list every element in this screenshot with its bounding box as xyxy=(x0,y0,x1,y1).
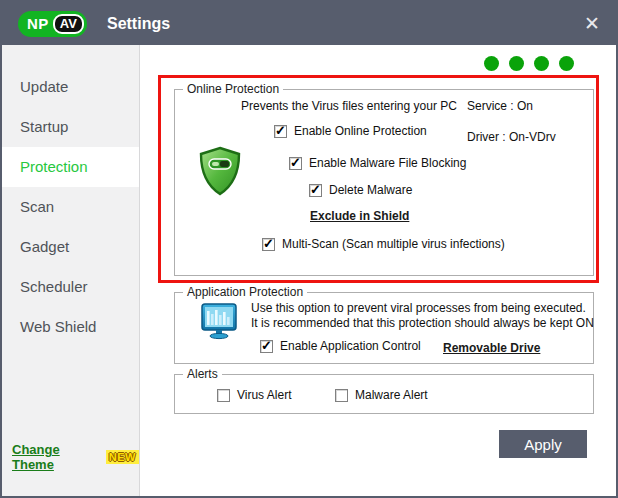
sidebar-nav: UpdateStartupProtectionScanGadgetSchedul… xyxy=(2,67,139,347)
change-theme-row: Change Theme NEW xyxy=(12,442,139,472)
change-theme-link[interactable]: Change Theme xyxy=(12,442,101,472)
driver-status: Driver : On-VDrv xyxy=(467,130,556,144)
new-badge: NEW xyxy=(106,450,139,464)
application-protection-description-line2: It is recommended that this protection s… xyxy=(251,316,594,330)
alerts-group: Alerts Virus Alert Malware Alert xyxy=(174,374,594,414)
titlebar: NP AV Settings ✕ xyxy=(2,2,616,45)
close-icon[interactable]: ✕ xyxy=(584,14,600,33)
status-dot xyxy=(559,56,574,71)
checkbox-label: Enable Malware File Blocking xyxy=(309,156,466,170)
exclude-in-shield-link[interactable]: Exclude in Shield xyxy=(310,209,409,223)
shield-icon xyxy=(197,146,243,200)
online-protection-legend: Online Protection xyxy=(183,82,283,96)
checkbox-box[interactable] xyxy=(217,389,230,402)
checkbox-label: Virus Alert xyxy=(237,388,291,402)
enable-application-control-checkbox[interactable]: Enable Application Control xyxy=(260,339,421,353)
application-protection-legend: Application Protection xyxy=(183,285,307,299)
malware-alert-checkbox[interactable]: Malware Alert xyxy=(335,388,428,402)
checkbox-box[interactable] xyxy=(260,340,273,353)
logo-av-text: AV xyxy=(53,14,84,34)
logo-np-text: NP xyxy=(27,15,49,32)
application-protection-group: Application Protection xyxy=(174,292,594,364)
online-protection-description: Prevents the Virus files entering your P… xyxy=(241,99,457,113)
checkbox-box[interactable] xyxy=(309,184,322,197)
checkbox-label: Multi-Scan (Scan multiple virus infectio… xyxy=(282,237,505,251)
checkbox-label: Enable Application Control xyxy=(280,339,421,353)
npav-logo: NP AV xyxy=(18,11,87,37)
enable-malware-file-blocking-checkbox[interactable]: Enable Malware File Blocking xyxy=(289,156,466,170)
application-protection-description-line1: Use this option to prevent viral process… xyxy=(251,301,586,315)
window-title: Settings xyxy=(107,15,170,33)
online-protection-group: Online Protection Prevents the Virus fil… xyxy=(174,89,594,276)
sidebar-item-gadget[interactable]: Gadget xyxy=(2,227,139,267)
monitor-icon xyxy=(199,302,239,344)
alerts-legend: Alerts xyxy=(183,367,222,381)
main-content: Online Protection Prevents the Virus fil… xyxy=(140,45,616,496)
apply-button[interactable]: Apply xyxy=(499,430,587,458)
virus-alert-checkbox[interactable]: Virus Alert xyxy=(217,388,291,402)
status-dot xyxy=(484,56,499,71)
checkbox-label: Malware Alert xyxy=(355,388,428,402)
status-dot xyxy=(534,56,549,71)
enable-online-protection-checkbox[interactable]: Enable Online Protection xyxy=(274,124,427,138)
status-dots xyxy=(484,56,574,71)
checkbox-label: Delete Malware xyxy=(329,183,412,197)
checkbox-box[interactable] xyxy=(262,238,275,251)
checkbox-box[interactable] xyxy=(289,157,302,170)
settings-window: NP AV Settings ✕ UpdateStartupProtection… xyxy=(0,0,618,498)
service-status: Service : On xyxy=(467,99,533,113)
checkbox-box[interactable] xyxy=(335,389,348,402)
sidebar-item-protection[interactable]: Protection xyxy=(2,147,139,187)
status-dot xyxy=(509,56,524,71)
removable-drive-link[interactable]: Removable Drive xyxy=(443,341,540,355)
sidebar-item-startup[interactable]: Startup xyxy=(2,107,139,147)
checkbox-label: Enable Online Protection xyxy=(294,124,427,138)
sidebar-item-web-shield[interactable]: Web Shield xyxy=(2,307,139,347)
sidebar-item-update[interactable]: Update xyxy=(2,67,139,107)
sidebar-item-scan[interactable]: Scan xyxy=(2,187,139,227)
sidebar-item-scheduler[interactable]: Scheduler xyxy=(2,267,139,307)
sidebar: UpdateStartupProtectionScanGadgetSchedul… xyxy=(2,45,140,496)
multi-scan-checkbox[interactable]: Multi-Scan (Scan multiple virus infectio… xyxy=(262,237,505,251)
checkbox-box[interactable] xyxy=(274,125,287,138)
delete-malware-checkbox[interactable]: Delete Malware xyxy=(309,183,412,197)
